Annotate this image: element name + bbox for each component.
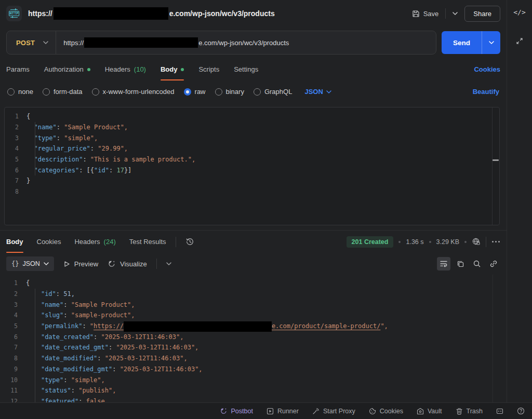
radio-none[interactable]	[7, 88, 15, 96]
code-snippet-icon[interactable]: </>	[513, 8, 525, 16]
redaction-box	[84, 37, 198, 48]
method-chevron-icon[interactable]	[43, 41, 48, 44]
code-token: :	[94, 333, 101, 341]
share-button[interactable]: Share	[464, 6, 500, 22]
radio-form-data[interactable]	[43, 88, 50, 96]
code-token	[26, 124, 34, 131]
code-token	[26, 312, 41, 319]
code-line: 12 "featured": false	[0, 396, 500, 402]
url-input[interactable]: https:// e.com/wp-json/wc/v3/products	[56, 37, 296, 48]
statusbar-start-proxy[interactable]: Start Proxy	[312, 408, 355, 415]
code-token: :	[78, 398, 86, 402]
request-title: https:// e.com/wp-json/wc/v3/products	[28, 7, 275, 20]
body-type-none[interactable]: none	[7, 88, 33, 96]
send-options-chevron[interactable]	[482, 31, 500, 54]
statusbar-trash[interactable]: Trash	[456, 408, 483, 415]
code-line: 6 "date_created": "2025-03-12T11:46:03",	[0, 331, 500, 342]
indent-guide	[35, 289, 35, 402]
response-format-select[interactable]: {} JSON	[6, 256, 54, 271]
statusbar-postbot[interactable]: Postbot	[220, 407, 253, 415]
tab-authorization[interactable]: Authorization	[44, 58, 90, 80]
preview-button[interactable]: Preview	[63, 260, 98, 268]
tab-scripts[interactable]: Scripts	[198, 58, 219, 80]
radio-label: GraphQL	[264, 88, 292, 96]
network-globe-icon[interactable]	[472, 237, 481, 246]
body-type-graphql[interactable]: GraphQL	[254, 88, 292, 96]
tab-params[interactable]: Params	[6, 58, 30, 80]
response-tab-body[interactable]: Body	[6, 231, 23, 253]
runner-icon	[267, 408, 274, 415]
send-button[interactable]: Send	[442, 31, 482, 54]
beautify-link[interactable]: Beautify	[473, 88, 499, 96]
code-token: :	[90, 145, 98, 152]
line-number: 3	[0, 301, 26, 308]
search-button[interactable]	[470, 257, 484, 271]
body-type-raw[interactable]: raw	[184, 88, 206, 96]
http-arrow-top	[10, 9, 18, 10]
radio-binary[interactable]	[215, 88, 222, 96]
response-tab-cookies-label: Cookies	[37, 238, 61, 246]
language-select[interactable]: JSON	[304, 88, 331, 96]
wrap-text-button[interactable]	[437, 257, 450, 271]
format-value: JSON	[22, 260, 39, 267]
save-button[interactable]: Save	[412, 10, 439, 18]
line-number: 2	[5, 124, 26, 131]
more-actions-button[interactable]	[491, 240, 500, 243]
code-token: "2025-03-12T11:46:03",	[116, 344, 198, 351]
statusbar-runner[interactable]: Runner	[267, 408, 299, 415]
code-token: "This is a sample product.",	[90, 156, 195, 163]
language-value: JSON	[304, 88, 323, 96]
editor-scrollbar[interactable]	[492, 107, 499, 225]
radio-raw[interactable]	[184, 88, 191, 96]
body-type-binary[interactable]: binary	[215, 88, 244, 96]
radio-x-www-form-urlencoded[interactable]	[92, 88, 99, 96]
panel-toggle-button[interactable]	[496, 408, 503, 415]
response-tab-test-results[interactable]: Test Results	[129, 231, 166, 253]
body-type-form-data[interactable]: form-data	[43, 88, 83, 96]
link-button[interactable]	[487, 257, 500, 271]
code-token	[26, 301, 41, 308]
divider	[445, 8, 446, 19]
code-token: {	[26, 113, 30, 120]
code-content: "regular_price": "29.99",	[26, 145, 128, 152]
code-token: }	[26, 177, 30, 184]
line-number: 4	[0, 312, 26, 319]
cookies-link[interactable]: Cookies	[474, 65, 500, 73]
code-line: 2 "id": 51,	[0, 289, 500, 300]
line-number: 1	[5, 113, 26, 120]
tab-headers[interactable]: Headers(10)	[105, 58, 146, 80]
code-token	[26, 333, 41, 341]
code-token: "sample-product",	[71, 312, 135, 319]
http-request-icon: HTTP	[6, 6, 22, 21]
request-body-editor[interactable]: 1{2 "name": "Sample Product",3 "type": "…	[4, 107, 500, 225]
statusbar-vault[interactable]: Vault	[417, 408, 442, 415]
response-tab-headers[interactable]: Headers(24)	[74, 231, 115, 253]
code-content: "type": "simple",	[26, 134, 98, 142]
statusbar-label: Start Proxy	[323, 408, 355, 415]
editor-scroll-thumb[interactable]	[493, 159, 499, 161]
body-type-x-www-form-urlencoded[interactable]: x-www-form-urlencoded	[92, 88, 175, 96]
tab-settings[interactable]: Settings	[234, 58, 258, 80]
radio-graphql[interactable]	[254, 88, 261, 96]
response-body-viewer[interactable]: 1{2 "id": 51,3 "name": "Sample Product",…	[0, 275, 500, 402]
response-tab-cookies[interactable]: Cookies	[37, 231, 61, 253]
save-options-chevron[interactable]	[453, 12, 458, 15]
code-token: "date_created"	[41, 333, 94, 341]
request-title-suffix: e.com/wp-json/wc/v3/products	[169, 9, 275, 18]
statusbar-cookies[interactable]: Cookies	[369, 408, 403, 415]
response-scrollbar[interactable]	[493, 275, 500, 402]
code-line: 8	[5, 186, 499, 197]
code-token: :	[82, 322, 89, 330]
help-button[interactable]	[517, 407, 525, 415]
code-token: "type"	[34, 134, 56, 142]
code-line: 9 "date_modified_gmt": "2025-03-12T11:46…	[0, 364, 500, 375]
copy-button[interactable]	[454, 257, 467, 271]
method-select-value[interactable]: POST	[7, 39, 43, 47]
format-chevron-icon	[44, 262, 49, 265]
tab-body[interactable]: Body	[161, 58, 184, 80]
view-options-chevron[interactable]	[166, 262, 171, 265]
code-line: 1{	[5, 111, 499, 122]
response-history-button[interactable]	[185, 237, 194, 246]
visualize-button[interactable]: Visualize	[108, 260, 147, 268]
expand-panel-icon[interactable]	[515, 37, 524, 45]
